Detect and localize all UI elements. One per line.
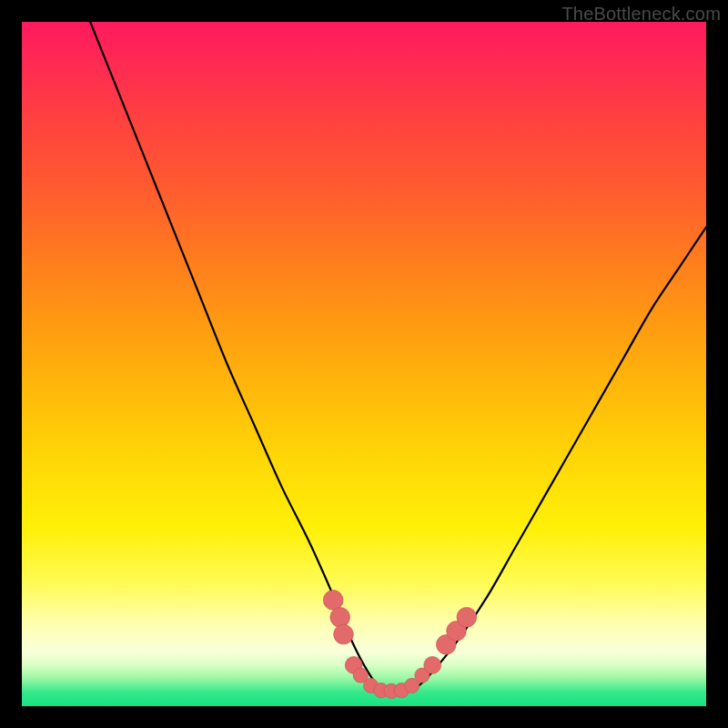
curve-marker	[334, 624, 354, 644]
bottleneck-curve-svg	[22, 22, 706, 706]
chart-frame: TheBottleneck.com	[0, 0, 728, 728]
curve-marker	[330, 607, 350, 627]
curve-marker	[323, 591, 343, 611]
watermark-text: TheBottleneck.com	[561, 4, 721, 25]
curve-marker	[457, 607, 477, 627]
curve-marker	[424, 656, 441, 673]
plot-area	[22, 22, 706, 706]
curve-markers	[323, 591, 476, 699]
bottleneck-curve	[90, 22, 706, 693]
